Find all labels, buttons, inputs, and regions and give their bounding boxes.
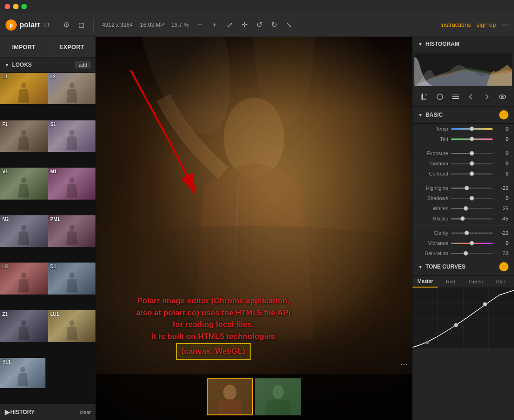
import-button[interactable]: IMPORT [0,37,48,57]
undo-button[interactable]: ↺ [252,18,267,32]
toolbar-right: instructions sign up ··· [440,20,508,30]
clear-button[interactable]: clear [80,409,91,415]
slider-thumb-contrast[interactable] [470,171,474,176]
thumbnail-item-1[interactable] [207,378,253,415]
slider-thumb-tint[interactable] [470,137,474,141]
slider-thumb-temp[interactable] [470,126,474,131]
look-item-s1[interactable]: S1 [48,120,96,152]
tone-curves-section: ▼ TONE CURVES Master Red Green Blue [412,258,514,348]
look-item-v1[interactable]: V1 [0,168,48,199]
curve-tab-red[interactable]: Red [438,276,463,288]
slider-thumb-shadows[interactable] [470,196,474,201]
look-item-f1[interactable]: F1 [0,120,48,152]
left-sidebar: IMPORT EXPORT ▼ LOOKS add L1 L2 [0,37,96,420]
history-label: HISTORY [10,409,80,415]
svg-point-8 [21,272,26,278]
slider-track-temp[interactable] [451,128,493,130]
curve-tab-blue[interactable]: Blue [489,276,514,288]
slider-thumb-clarity[interactable] [464,231,469,235]
close-button[interactable] [5,4,10,9]
curve-tab-master[interactable]: Master [412,276,438,288]
curve-tab-green[interactable]: Green [463,276,489,288]
instructions-link[interactable]: instructions [440,21,471,28]
slider-value-gamma: 0 [495,161,508,166]
canvas-more-button[interactable]: ··· [400,359,407,369]
look-item-sl1[interactable]: SL1 [0,358,45,388]
look-label-d1: D1 [51,264,57,269]
svg-point-32 [501,96,504,98]
look-item-m1[interactable]: M1 [48,168,96,199]
maximize-button[interactable] [21,4,27,9]
window-button[interactable]: ◻ [74,18,89,32]
slider-track-exposure[interactable] [451,153,493,154]
signup-link[interactable]: sign up [476,21,496,28]
slider-label-whites: Whites [418,206,448,211]
tone-curves-header[interactable]: ▼ TONE CURVES [412,258,514,276]
look-item-l2[interactable]: L2 [48,73,96,104]
separator [93,18,94,32]
history-bar: ▶ HISTORY clear [0,403,95,420]
slider-thumb-blacks[interactable] [460,216,465,221]
tone-curves-toggle[interactable] [499,262,508,271]
slider-track-vibrance[interactable] [451,243,493,244]
slider-track-highlights[interactable] [451,188,493,189]
look-label-lu1: LU1 [51,312,59,317]
slider-thumb-exposure[interactable] [470,151,474,156]
redo-button[interactable]: ↻ [267,18,281,32]
svg-point-42 [425,341,428,344]
svg-point-9 [69,272,74,278]
basic-header[interactable]: ▼ BASIC [412,107,514,124]
look-item-h1[interactable]: H1 [0,263,48,294]
tool-icons-row [412,88,514,107]
eye-button[interactable] [496,90,509,103]
crosshair-button[interactable]: ✛ [237,18,252,32]
minimize-button[interactable] [13,4,19,9]
svg-point-6 [21,225,26,231]
basic-section: ▼ BASIC Temp 0 Tint 0 [412,107,514,258]
slider-thumb-saturation[interactable] [463,251,468,256]
more-button[interactable]: ··· [501,20,508,30]
look-item-l1[interactable]: L1 [0,73,48,104]
slider-track-whites[interactable] [451,208,493,209]
look-item-lu1[interactable]: LU1 [48,310,96,342]
slider-track-clarity[interactable] [451,232,493,234]
basic-arrow-icon: ▼ [418,113,423,118]
slider-track-contrast[interactable] [451,173,493,175]
slider-row-tint: Tint 0 [412,134,514,144]
fullscreen-button[interactable]: ⤡ [281,18,296,32]
slider-track-gamma[interactable] [451,163,493,164]
forward-nav-button[interactable] [480,90,493,103]
look-label-l1: L1 [2,74,8,79]
gear-button[interactable]: ⚙ [59,18,74,32]
curve-canvas[interactable] [412,288,514,348]
slider-thumb-vibrance[interactable] [470,241,474,245]
looks-add-button[interactable]: add [75,61,91,69]
look-item-d1[interactable]: D1 [48,263,96,294]
circle-tool-button[interactable] [433,90,446,103]
curve-tabs: Master Red Green Blue [412,276,514,288]
slider-thumb-gamma[interactable] [470,161,474,166]
slider-track-shadows[interactable] [451,198,493,199]
zoom-out-button[interactable]: − [192,18,207,32]
look-label-z1: Z1 [2,312,8,317]
look-item-pm1[interactable]: PM1 [48,215,96,247]
export-button[interactable]: EXPORT [48,37,96,57]
histogram-header[interactable]: ▼ HISTOGRAM [412,37,514,51]
slider-thumb-whites[interactable] [463,206,468,211]
slider-label-highlights: Highlights [418,185,448,191]
zoom-in-button[interactable]: + [207,18,222,32]
thumbnail-item-2[interactable] [255,378,301,415]
look-item-z1[interactable]: Z1 [0,310,48,342]
slider-track-saturation[interactable] [451,253,493,254]
slider-value-saturation: -30 [495,251,508,256]
crop-tool-button[interactable] [418,90,431,103]
slider-label-tint: Tint [418,136,448,142]
back-nav-button[interactable] [464,90,477,103]
slider-track-blacks[interactable] [451,218,493,219]
split-tool-button[interactable] [449,90,462,103]
slider-thumb-highlights[interactable] [464,186,469,190]
look-item-m2[interactable]: M2 [0,215,48,247]
slider-track-tint[interactable] [451,138,493,140]
fit-button[interactable]: ⤢ [222,18,237,32]
basic-toggle[interactable] [499,110,508,119]
